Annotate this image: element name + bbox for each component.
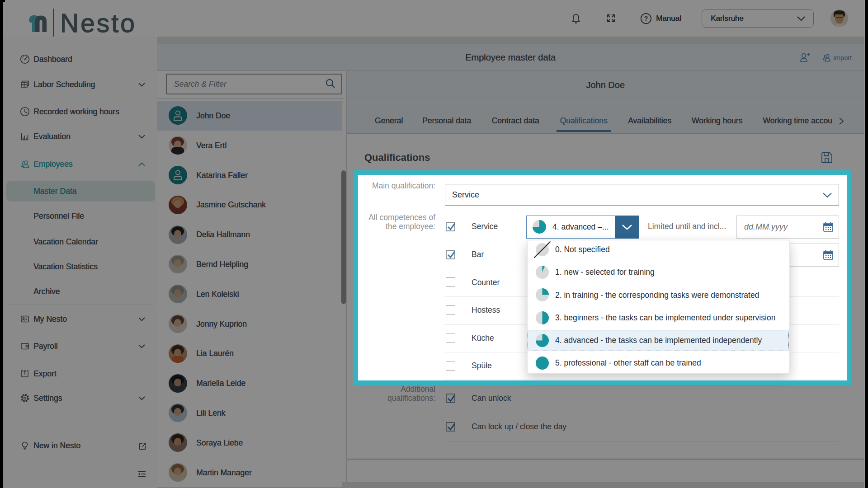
svg-text:?: ?	[644, 15, 648, 22]
svg-text:Nesto: Nesto	[60, 9, 137, 38]
